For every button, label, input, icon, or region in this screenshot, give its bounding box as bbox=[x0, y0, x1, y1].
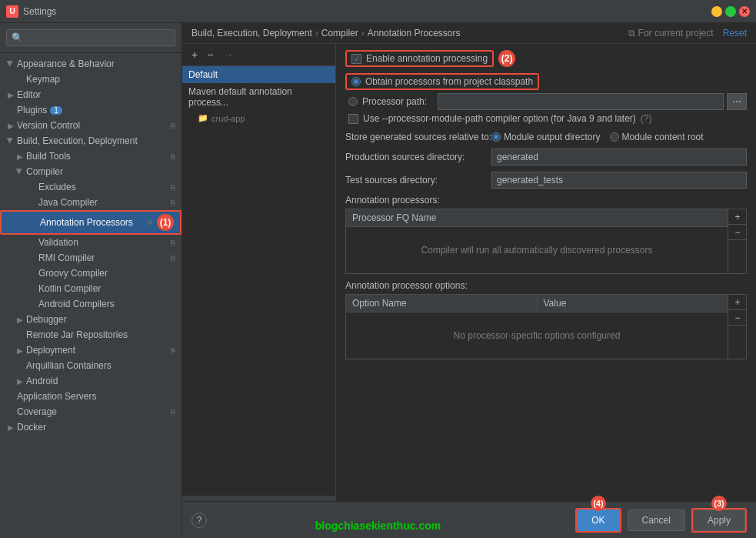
content-area: Build, Execution, Deployment › Compiler … bbox=[182, 23, 756, 538]
search-input[interactable] bbox=[6, 29, 175, 46]
module-output-option[interactable]: Module output directory bbox=[491, 132, 600, 142]
annotation-processors-empty-msg: Compiler will run all automatically disc… bbox=[421, 245, 653, 256]
add-processor-button[interactable]: + bbox=[188, 47, 201, 62]
sidebar-item-annotation-processors[interactable]: ▶ Annotation Processors ⎘ (1) bbox=[0, 210, 182, 235]
processor-item-default[interactable]: Default bbox=[182, 66, 335, 83]
annotation-options-empty-msg: No processor-specific options configured bbox=[454, 330, 621, 341]
sidebar-item-excludes[interactable]: ▶ Excludes ⎘ bbox=[0, 179, 182, 195]
sidebar-item-label: Annotation Processors bbox=[40, 217, 133, 228]
sidebar-item-rmi-compiler[interactable]: ▶ RMI Compiler ⎘ bbox=[0, 250, 182, 266]
sidebar-item-label: Coverage bbox=[17, 406, 57, 417]
horizontal-scrollbar[interactable] bbox=[182, 495, 335, 501]
sidebar-item-label: Deployment bbox=[26, 345, 75, 356]
bottom-left: ? bbox=[191, 513, 207, 528]
sidebar-item-compiler[interactable]: ▶ Compiler bbox=[0, 164, 182, 179]
copy-icon: ⎘ bbox=[171, 254, 175, 262]
reset-link[interactable]: Reset bbox=[723, 28, 747, 38]
processor-path-row[interactable]: Processor path: ⋯ bbox=[345, 93, 747, 110]
help-tooltip-icon: (?) bbox=[641, 113, 652, 124]
processor-fq-name-col: Processor FQ Name bbox=[346, 209, 728, 226]
processor-item-label: Maven default annotation process... bbox=[188, 86, 292, 108]
sidebar-item-groovy-compiler[interactable]: ▶ Groovy Compiler bbox=[0, 266, 182, 281]
sidebar-item-build-tools[interactable]: ▶ Build Tools ⎘ bbox=[0, 149, 182, 164]
add-option-button[interactable]: + bbox=[728, 295, 747, 310]
sidebar-item-deployment[interactable]: ▶ Deployment ⎘ bbox=[0, 343, 182, 358]
arrow-icon: ▶ bbox=[6, 136, 15, 145]
breadcrumb-part-1: Build, Execution, Deployment bbox=[191, 28, 312, 38]
sidebar-item-coverage[interactable]: ▶ Coverage ⎘ bbox=[0, 404, 182, 419]
sidebar-item-application-servers[interactable]: ▶ Application Servers bbox=[0, 389, 182, 404]
processor-path-input[interactable] bbox=[438, 93, 724, 110]
sidebar-item-android-compilers[interactable]: ▶ Android Compilers bbox=[0, 296, 182, 312]
project-icon: ⧉ bbox=[628, 28, 635, 38]
window-title: Settings bbox=[23, 6, 708, 17]
obtain-processors-radio[interactable] bbox=[351, 77, 361, 86]
main-layout: ▶ Appearance & Behavior ▶ Keymap ▶ Edito… bbox=[0, 23, 756, 538]
processor-item-maven[interactable]: Maven default annotation process... bbox=[182, 83, 335, 111]
sidebar-item-label: Android bbox=[26, 376, 58, 386]
help-button[interactable]: ? bbox=[191, 513, 207, 528]
enable-annotation-checkbox[interactable] bbox=[351, 54, 361, 64]
copy-icon: ⎘ bbox=[148, 219, 152, 227]
production-sources-label: Production sources directory: bbox=[345, 152, 491, 162]
sidebar-item-label: Version Control bbox=[17, 120, 80, 131]
remove-annotation-processor-button[interactable]: − bbox=[728, 225, 747, 240]
value-col: Value bbox=[538, 295, 728, 312]
sidebar-item-android[interactable]: ▶ Android bbox=[0, 373, 182, 389]
sidebar-item-label: Debugger bbox=[26, 314, 67, 325]
ok-button[interactable]: OK bbox=[577, 510, 619, 531]
processor-path-label: Processor path: bbox=[362, 96, 427, 107]
production-sources-input[interactable] bbox=[491, 149, 747, 165]
sidebar-item-build-exec[interactable]: ▶ Build, Execution, Deployment bbox=[0, 133, 182, 149]
label1: (1) bbox=[157, 214, 174, 231]
breadcrumb-sep-1: › bbox=[315, 28, 318, 38]
sidebar-item-remote-jar[interactable]: ▶ Remote Jar Repositories bbox=[0, 327, 182, 343]
label4: (4) bbox=[591, 496, 606, 511]
close-button[interactable]: ✕ bbox=[739, 6, 750, 17]
sidebar-item-java-compiler[interactable]: ▶ Java Compiler ⎘ bbox=[0, 195, 182, 210]
sidebar-item-docker[interactable]: ▶ Docker bbox=[0, 419, 182, 435]
module-content-label: Module content root bbox=[622, 132, 704, 142]
maximize-button[interactable] bbox=[725, 6, 736, 17]
remove-processor-button[interactable]: − bbox=[204, 47, 216, 62]
enable-annotation-row: Enable annotation processing (2) bbox=[345, 50, 747, 67]
sidebar-item-label: Android Compilers bbox=[38, 299, 115, 309]
breadcrumb-right: ⧉ For current project Reset bbox=[628, 28, 747, 38]
use-module-path-checkbox[interactable] bbox=[348, 114, 358, 124]
arrow-icon: ▶ bbox=[6, 121, 15, 130]
path-browse-button[interactable]: ⋯ bbox=[727, 93, 747, 110]
sidebar: ▶ Appearance & Behavior ▶ Keymap ▶ Edito… bbox=[0, 23, 182, 538]
annotation-options-header: Option Name Value bbox=[346, 295, 728, 312]
processor-toolbar: + − → bbox=[182, 44, 335, 66]
processor-sub-label: crud-app bbox=[211, 114, 245, 123]
sidebar-item-version-control[interactable]: ▶ Version Control ⎘ bbox=[0, 118, 182, 133]
module-output-radio[interactable] bbox=[491, 132, 501, 142]
annotation-options-actions: + − bbox=[728, 295, 746, 359]
add-annotation-processor-button[interactable]: + bbox=[728, 209, 747, 225]
sidebar-item-keymap[interactable]: ▶ Keymap bbox=[0, 72, 182, 87]
bottom-bar: ? OK (4) Cancel Apply (3) bbox=[182, 501, 756, 538]
app-icon: U bbox=[6, 5, 18, 18]
sidebar-item-validation[interactable]: ▶ Validation ⎘ bbox=[0, 235, 182, 250]
test-sources-input[interactable] bbox=[491, 172, 747, 189]
sidebar-item-plugins[interactable]: ▶ Plugins 1 bbox=[0, 102, 182, 118]
copy-icon: ⎘ bbox=[171, 239, 175, 247]
module-content-option[interactable]: Module content root bbox=[610, 132, 704, 142]
sidebar-item-kotlin-compiler[interactable]: ▶ Kotlin Compiler bbox=[0, 281, 182, 296]
sidebar-item-label: Editor bbox=[17, 89, 41, 100]
apply-button[interactable]: Apply bbox=[693, 510, 745, 531]
module-content-radio[interactable] bbox=[610, 132, 619, 142]
processor-sub-item-crud[interactable]: 📁 crud-app bbox=[182, 111, 335, 125]
sidebar-item-arquillian[interactable]: ▶ Arquillian Containers bbox=[0, 358, 182, 373]
sidebar-item-editor[interactable]: ▶ Editor bbox=[0, 87, 182, 102]
processor-path-radio[interactable] bbox=[348, 97, 358, 106]
cancel-button[interactable]: Cancel bbox=[628, 510, 685, 531]
breadcrumb-sep-2: › bbox=[361, 28, 365, 38]
navigate-processor-button[interactable]: → bbox=[219, 47, 236, 62]
sidebar-item-label: Java Compiler bbox=[38, 197, 98, 208]
minimize-button[interactable] bbox=[711, 6, 722, 17]
sidebar-item-debugger[interactable]: ▶ Debugger bbox=[0, 312, 182, 327]
sidebar-item-appearance[interactable]: ▶ Appearance & Behavior bbox=[0, 56, 182, 72]
sidebar-item-label: Kotlin Compiler bbox=[38, 283, 101, 294]
remove-option-button[interactable]: − bbox=[728, 310, 747, 326]
